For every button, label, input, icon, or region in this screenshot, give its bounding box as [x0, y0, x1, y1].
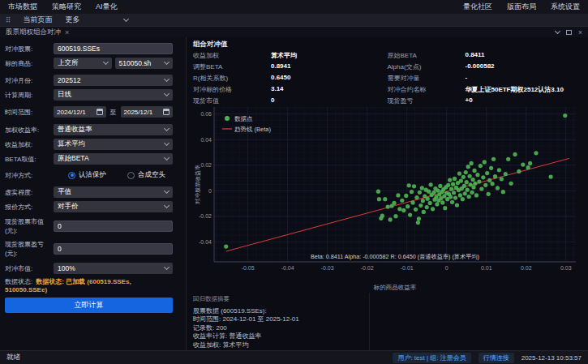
tab-title: 股票期权组合对冲: [6, 28, 61, 37]
data-point: [489, 166, 493, 170]
stat-label: 收益加权: [193, 51, 271, 60]
y-tick-label: 0.04: [200, 137, 212, 143]
calc-period-select[interactable]: 日线: [54, 89, 173, 101]
data-point: [428, 201, 432, 205]
data-point: [483, 183, 487, 187]
hedge-settings-panel: 对冲股票: 600519.SSEs 标的商品: 上交所 510050.sh 对冲…: [0, 37, 187, 350]
beta-mode-select[interactable]: 原始BETA: [54, 153, 173, 165]
menu-market-data[interactable]: 市场数据: [8, 2, 37, 12]
data-point: [401, 208, 406, 212]
return-type-select[interactable]: 普通收益率: [54, 124, 173, 135]
panel-close-icon[interactable]: ×: [578, 28, 582, 36]
chevron-down-icon[interactable]: [123, 15, 129, 21]
menu-system-settings[interactable]: 系统设置: [551, 2, 580, 12]
data-point: [466, 165, 470, 169]
exchange-select[interactable]: 上交所: [54, 58, 112, 69]
data-point: [491, 157, 496, 161]
user-info-badge[interactable]: 用户: test | 组: 注册会员: [393, 353, 470, 363]
data-point: [410, 200, 414, 204]
data-point: [377, 197, 381, 201]
drag-handle-icon[interactable]: ⠿: [6, 16, 11, 24]
beta-mode-label: BETA取值:: [5, 155, 54, 164]
data-point: [526, 165, 530, 169]
underlying-select[interactable]: 510050.sh: [115, 58, 174, 69]
moneyness-select[interactable]: 平值: [54, 186, 173, 198]
hedge-stock-input[interactable]: 600519.SSEs: [54, 43, 173, 54]
stat-value: 0.6450: [271, 74, 388, 83]
radio-selected-icon: [68, 172, 75, 179]
panel-popout-icon[interactable]: [566, 30, 572, 35]
data-point: [497, 168, 501, 172]
tab-close-icon[interactable]: ×: [65, 28, 69, 36]
calculate-button[interactable]: 立即计算: [5, 298, 173, 313]
radio-put-protection[interactable]: 认沽保护: [68, 170, 106, 180]
data-point: [517, 169, 521, 173]
data-point: [450, 200, 454, 204]
weighting-select[interactable]: 算术平均: [54, 139, 173, 150]
stat-value: -0.000582: [466, 62, 582, 71]
data-point: [451, 182, 455, 186]
y-tick-label: 0.02: [200, 162, 212, 168]
menu-strategy-research[interactable]: 策略研究: [52, 2, 81, 12]
x-tick-label: -0.01: [401, 265, 414, 271]
x-tick-label: 0.01: [481, 265, 492, 271]
data-point: [509, 182, 513, 186]
x-tick-label: -0.02: [361, 265, 374, 271]
beta-mode-value: 原始BETA: [58, 154, 89, 164]
spot-pnl-input[interactable]: 0: [54, 243, 173, 255]
data-point: [427, 190, 431, 194]
panel-collapse-icon[interactable]: [555, 28, 560, 33]
tab-stock-option-hedge[interactable]: 股票期权组合对冲 ×: [6, 28, 69, 37]
x-tick-label: -0.05: [242, 265, 255, 271]
spot-value-input[interactable]: 0: [54, 221, 173, 232]
market-feed-badge[interactable]: 行情连接: [479, 353, 514, 363]
date-from-input[interactable]: 2024/12/1: [54, 106, 106, 118]
quote-method-select[interactable]: 对手价: [54, 201, 173, 212]
data-point: [483, 160, 487, 164]
data-point: [453, 195, 457, 199]
summary-line: 收益加权: 算术平均: [193, 341, 299, 350]
date-to-input[interactable]: 2025/12/1: [121, 106, 174, 118]
menu-quant-community[interactable]: 量化社区: [463, 2, 492, 12]
x-tick-label: -0.04: [281, 265, 294, 271]
data-point: [549, 174, 553, 178]
data-point: [393, 214, 397, 218]
hedge-month-select[interactable]: 202512: [54, 75, 173, 86]
data-point: [461, 197, 465, 201]
calendar-icon[interactable]: [97, 109, 103, 115]
legend-point-icon: [225, 116, 230, 121]
toolbar-more[interactable]: 更多: [66, 15, 80, 25]
stat-value: 0.8411: [466, 51, 582, 60]
calendar-icon[interactable]: [163, 109, 170, 115]
chevron-down-icon: [164, 91, 170, 96]
stat-value: 0.8941: [271, 62, 388, 71]
menu-layout[interactable]: 版面布局: [507, 2, 536, 12]
data-point: [477, 179, 481, 183]
hedge-ratio-label: 对冲市值:: [5, 264, 54, 273]
x-tick-label: -0.03: [321, 265, 334, 271]
hedge-ratio-select[interactable]: 100%: [54, 263, 173, 274]
data-point: [422, 210, 426, 214]
statusbar: 就绪 用户: test | 组: 注册会员 行情连接 2025-12-13 10…: [0, 350, 588, 364]
summary-line: 股票数据 (600519.SSEs):: [193, 307, 299, 316]
scatter-plot-svg: -0.05-0.04-0.03-0.02-0.0100.010.020.03-0…: [193, 104, 582, 293]
menu-ai-quant[interactable]: AI量化: [96, 2, 118, 12]
data-point: [440, 200, 444, 204]
summary-line: 时间范围: 2024-12-01 至 2025-12-01: [193, 315, 299, 324]
data-point: [472, 169, 476, 173]
data-point: [504, 172, 508, 176]
underlying-label: 标的商品:: [5, 59, 54, 68]
x-tick-label: 0.02: [521, 265, 532, 271]
data-point: [452, 191, 456, 195]
calc-period-label: 计算周期:: [5, 91, 54, 100]
status-ready: 就绪: [6, 353, 20, 362]
stat-label: 调整BETA: [193, 62, 271, 71]
toolbar-current-page[interactable]: 当前页面: [24, 15, 53, 25]
stat-value: 算术平均: [271, 51, 388, 60]
hedge-month-label: 对冲月份:: [5, 76, 54, 85]
radio-synthetic-short[interactable]: 合成空头: [127, 170, 165, 180]
quote-method-label: 报价方式:: [5, 203, 54, 212]
data-point: [470, 178, 474, 182]
summary-title: 回归数据摘要: [193, 295, 299, 304]
hedge-stock-label: 对冲股票:: [5, 45, 54, 54]
